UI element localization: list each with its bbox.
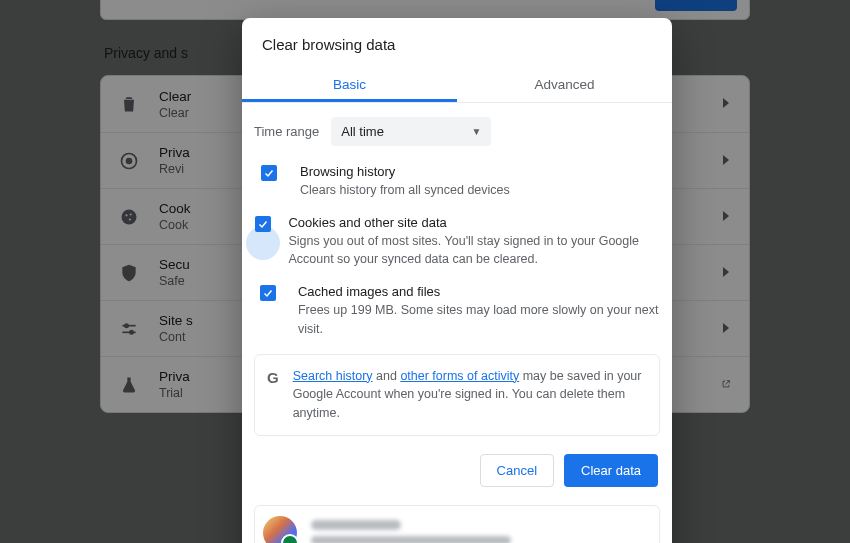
clear-data-button[interactable]: Clear data [564, 454, 658, 487]
option-title: Cookies and other site data [288, 215, 660, 230]
time-range-select[interactable]: All time ▼ [331, 117, 491, 146]
cancel-button[interactable]: Cancel [480, 454, 554, 487]
option-desc: Signs you out of most sites. You'll stay… [288, 232, 660, 268]
google-icon: G [267, 367, 279, 386]
caret-down-icon: ▼ [471, 126, 481, 137]
dialog-tabs: Basic Advanced [242, 67, 672, 103]
synced-user-row [254, 505, 660, 543]
search-history-link[interactable]: Search history [293, 369, 373, 383]
tab-advanced[interactable]: Advanced [457, 67, 672, 102]
info-text: Search history and other forms of activi… [293, 367, 647, 423]
option-cache: Cached images and files Frees up 199 MB.… [242, 276, 672, 345]
dialog-title: Clear browsing data [242, 18, 672, 67]
option-title: Browsing history [300, 164, 510, 179]
option-desc: Frees up 199 MB. Some sites may load mor… [298, 301, 660, 337]
google-activity-info: G Search history and other forms of acti… [254, 354, 660, 436]
option-browsing-history: Browsing history Clears history from all… [242, 156, 672, 207]
clear-browsing-data-dialog: Clear browsing data Basic Advanced Time … [242, 18, 672, 543]
checkbox-browsing-history[interactable] [261, 165, 277, 181]
user-identity-redacted [311, 520, 511, 543]
checkbox-cache[interactable] [260, 285, 276, 301]
avatar [263, 516, 297, 543]
checkbox-cookies[interactable] [255, 216, 271, 232]
option-title: Cached images and files [298, 284, 660, 299]
option-desc: Clears history from all synced devices [300, 181, 510, 199]
time-range-value: All time [341, 124, 384, 139]
tab-basic[interactable]: Basic [242, 67, 457, 102]
time-range-label: Time range [254, 124, 319, 139]
dialog-actions: Cancel Clear data [242, 440, 672, 505]
time-range-row: Time range All time ▼ [242, 103, 672, 156]
option-cookies: Cookies and other site data Signs you ou… [242, 207, 672, 276]
other-activity-link[interactable]: other forms of activity [400, 369, 519, 383]
